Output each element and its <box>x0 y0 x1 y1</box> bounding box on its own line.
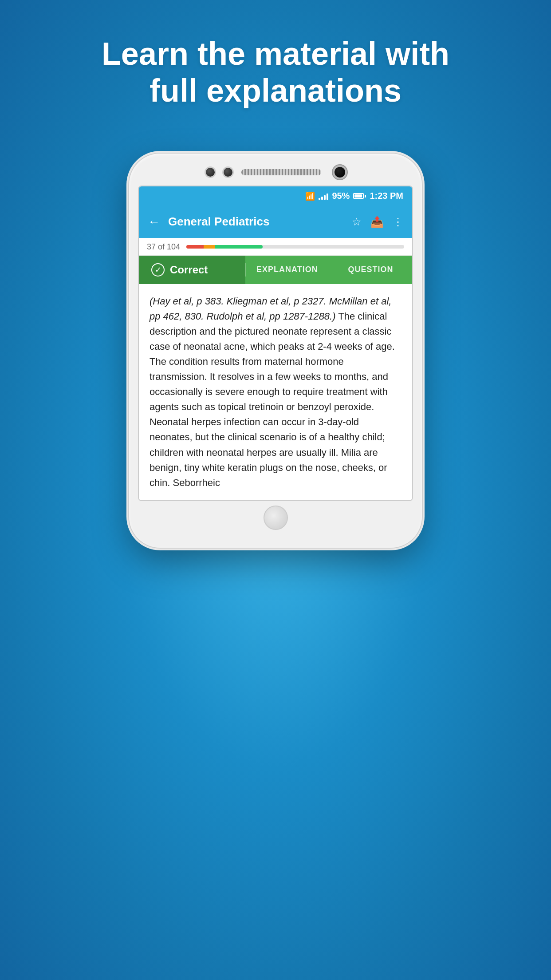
correct-label: Correct <box>170 264 208 276</box>
camera-dot-right <box>224 168 232 177</box>
signal-bars <box>319 193 328 200</box>
toolbar-title: General Pediatrics <box>168 215 344 229</box>
speaker-grille <box>241 169 321 175</box>
status-bar: 📶 95% 1:23 PM <box>139 186 412 206</box>
status-icons: 📶 95% 1:23 PM <box>305 191 403 201</box>
home-button[interactable] <box>264 506 288 530</box>
progress-bar-track <box>186 245 404 249</box>
content-area: (Hay et al, p 383. Kliegman et al, p 232… <box>139 284 412 500</box>
tab-explanation[interactable]: EXPLANATION <box>246 265 329 274</box>
camera-dot-left <box>206 168 215 177</box>
correct-check-icon: ✓ <box>151 263 165 277</box>
correct-tab[interactable]: ✓ Correct <box>139 256 245 284</box>
app-toolbar: ← General Pediatrics ☆ 📤 ⋮ <box>139 206 412 238</box>
phone-screen: 📶 95% 1:23 PM ← <box>138 186 413 501</box>
progress-green <box>215 245 263 249</box>
star-icon[interactable]: ☆ <box>352 216 362 228</box>
headline-line2: full explanations <box>150 73 401 108</box>
progress-orange <box>204 245 215 249</box>
share-icon[interactable]: 📤 <box>370 216 384 228</box>
phone-wrapper: 📶 95% 1:23 PM ← <box>129 154 422 548</box>
headline-line1: Learn the material with <box>102 36 449 71</box>
content-body: The clinical description and the picture… <box>150 311 395 488</box>
phone-shell: 📶 95% 1:23 PM ← <box>129 154 422 548</box>
back-button[interactable]: ← <box>148 215 160 229</box>
progress-red <box>186 245 204 249</box>
battery-icon <box>353 193 366 199</box>
phone-top-sensors <box>138 167 413 178</box>
tab-question[interactable]: QUESTION <box>329 265 412 274</box>
time-display: 1:23 PM <box>370 191 403 201</box>
more-icon[interactable]: ⋮ <box>393 216 403 228</box>
progress-area: 37 of 104 <box>139 238 412 256</box>
battery-percent: 95% <box>332 191 350 201</box>
wifi-icon: 📶 <box>305 191 315 201</box>
headline: Learn the material with full explanation… <box>98 36 453 109</box>
progress-label: 37 of 104 <box>147 242 180 252</box>
front-camera <box>335 167 345 178</box>
toolbar-actions: ☆ 📤 ⋮ <box>352 216 403 228</box>
tabs-bar: ✓ Correct EXPLANATION QUESTION <box>139 256 412 284</box>
